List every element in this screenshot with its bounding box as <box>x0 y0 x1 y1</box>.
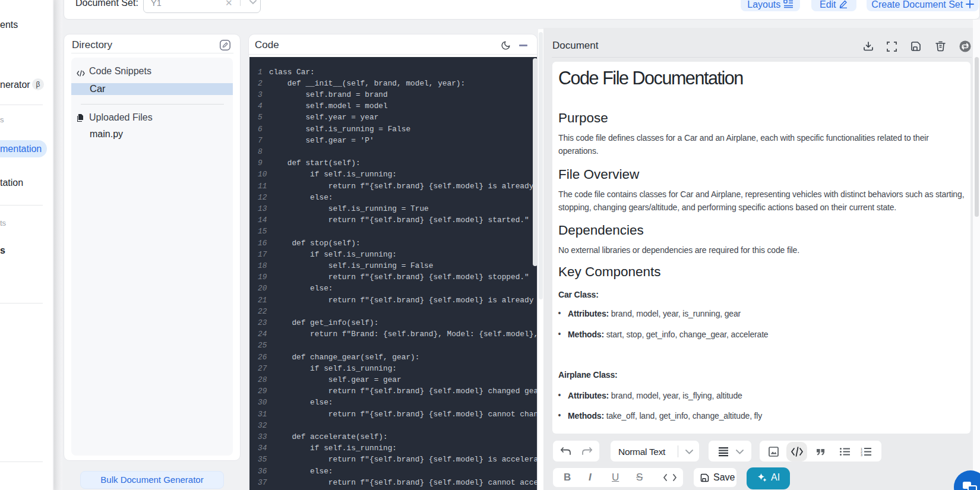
svg-text:3: 3 <box>861 453 862 456</box>
